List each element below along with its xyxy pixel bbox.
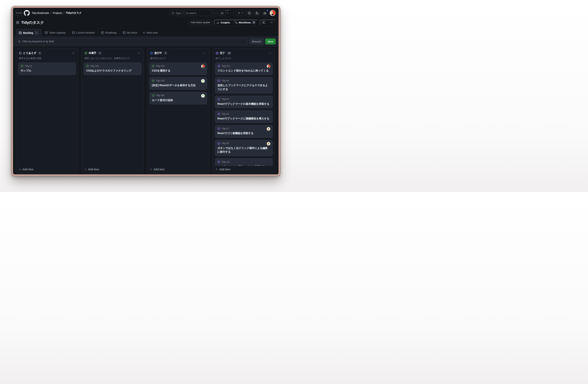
tab-options-button[interactable] — [35, 31, 39, 35]
column-status-ring-icon — [84, 52, 87, 54]
sidebar-panel-icon — [262, 21, 265, 24]
breadcrumb-projects[interactable]: Projects — [53, 12, 62, 15]
globe-icon — [16, 21, 19, 24]
copilot-icon — [221, 12, 224, 15]
project-header: Tidyのタスク Add status update Insights Work… — [13, 18, 279, 27]
project-title: Tidyのタスク — [21, 20, 44, 25]
issue-closed-icon — [217, 160, 220, 163]
column-kebab-menu-button[interactable] — [71, 51, 75, 55]
table-view-icon — [123, 31, 126, 34]
card[interactable]: Tidy #41 CSSおよびクラスのリファクタリング — [84, 63, 141, 75]
breadcrumb: Tidy-Bookmark / Projects / Tidyのタスク — [32, 11, 82, 15]
card-issue-id: Tidy #3 — [222, 98, 229, 100]
card-issue-id: Tidy #11 — [222, 161, 230, 163]
add-status-update-button[interactable]: Add status update — [188, 20, 213, 25]
card[interactable]: Tidy #6 追加したブックマークにアクセスできるようにする — [215, 77, 273, 93]
kebab-horizontal-icon — [269, 52, 272, 55]
tab-current-iteration[interactable]: Current iteration — [69, 29, 97, 36]
tab-roadmap[interactable]: Roadmap — [98, 29, 119, 36]
card-title: フロントエンド部分をTauri上に持ってくる — [217, 69, 270, 72]
assignee-avatar[interactable] — [201, 79, 205, 83]
add-item-button[interactable]: + Add item — [16, 166, 78, 173]
insights-workflows-group: Insights Workflows 3 — [214, 19, 258, 25]
column-card-list: Tidy #2 サンプル — [16, 62, 78, 166]
card-issue-id: Tidy #41 — [90, 65, 99, 67]
card-title: ボタンではなく右クリック操作による編集に移行する — [217, 146, 270, 154]
card[interactable]: Tidy #38 カード形式の追加 — [149, 92, 207, 104]
filter-input[interactable]: Filter by keyword or by field — [16, 38, 248, 45]
add-item-button[interactable]: + Add item — [82, 166, 144, 173]
user-avatar[interactable] — [270, 10, 276, 16]
hamburger-menu-button[interactable] — [16, 10, 22, 16]
copilot-dropdown-button[interactable] — [225, 10, 230, 16]
card-title: カード形式の追加 — [152, 98, 205, 102]
issues-nav-button[interactable] — [246, 10, 252, 16]
git-pull-request-icon — [255, 12, 259, 15]
card[interactable]: Tidy #12 フロントエンド部分をTauri上に持ってくる — [215, 63, 273, 75]
github-logo-icon[interactable] — [24, 10, 30, 16]
issue-closed-icon — [217, 127, 220, 130]
assignee-avatar[interactable] — [267, 127, 270, 131]
kanban-board: とりあえず 1 着手するか未定の項目 Tidy #2 サンプル + Add it… — [13, 47, 279, 174]
card-title: Reactでブックマークの基本機能を実装する — [217, 102, 270, 106]
card-issue-id: Tidy #33 — [156, 65, 165, 67]
breadcrumb-current[interactable]: Tidyのタスク — [66, 11, 82, 15]
add-item-button[interactable]: + Add item — [147, 166, 209, 173]
column-count-badge: 1 — [98, 51, 102, 55]
command-palette-icon[interactable]: >_ — [211, 11, 215, 15]
inbox-nav-button[interactable] — [262, 10, 268, 16]
issue-opened-icon — [248, 12, 251, 15]
tab-team-capacity[interactable]: Team capacity — [42, 29, 68, 36]
board-column: 進行中 3 進行中のタスク Tidy #33 CSSを適用する Tidy #10… — [147, 48, 210, 173]
breadcrumb-owner[interactable]: Tidy-Bookmark — [32, 12, 49, 15]
issue-closed-icon — [217, 142, 220, 145]
column-count-badge: 18 — [227, 51, 231, 55]
board-column-partial — [278, 48, 280, 173]
column-name: 完了 — [220, 51, 225, 55]
copilot-button[interactable] — [219, 10, 225, 16]
tab-backlog[interactable]: Backlog — [16, 29, 41, 37]
card[interactable]: Tidy #3 Reactでブックマークの基本機能を実装する — [215, 96, 273, 108]
insights-button[interactable]: Insights — [214, 20, 232, 25]
card[interactable]: Tidy #7 Reactでゴミ箱機能を実装する — [215, 125, 273, 137]
pull-requests-nav-button[interactable] — [254, 10, 260, 16]
add-item-button[interactable]: + Add item — [213, 166, 275, 173]
assignee-avatar[interactable] — [201, 94, 205, 98]
issue-opened-icon — [152, 65, 155, 67]
new-view-button[interactable]: New view — [140, 29, 160, 36]
column-kebab-menu-button[interactable] — [268, 51, 272, 55]
assignee-avatar[interactable] — [267, 64, 270, 68]
project-kebab-menu-button[interactable] — [268, 20, 275, 25]
card[interactable]: Tidy #2 サンプル — [18, 63, 76, 75]
global-search-input[interactable]: Type / to search >_ — [170, 10, 217, 16]
assignee-avatar[interactable] — [201, 64, 205, 68]
project-view-icon — [72, 31, 75, 34]
inbox-icon — [263, 12, 267, 15]
discard-button[interactable]: Discard — [250, 38, 263, 44]
side-panel-toggle-button[interactable] — [260, 20, 268, 25]
project-view-icon — [19, 31, 22, 34]
tab-my-items[interactable]: My items — [120, 29, 140, 36]
save-button[interactable]: Save — [265, 38, 276, 44]
create-new-button[interactable] — [236, 10, 244, 16]
board-column: 未着手 1 着手しないといけないけど、未着手のタスク Tidy #41 CSSお… — [81, 48, 144, 173]
plus-icon: + — [150, 168, 152, 171]
board-column: 完了 18 終了したタスク Tidy #12 フロントエンド部分をTauri上に… — [213, 48, 275, 173]
card[interactable]: Tidy #4 Reactでブックマークに階層構造を導入する — [215, 111, 273, 123]
issue-opened-icon — [21, 65, 23, 67]
issue-opened-icon — [86, 65, 89, 67]
plus-icon: + — [84, 168, 86, 171]
card[interactable]: Tidy #33 CSSを適用する — [149, 63, 207, 75]
assignee-avatar[interactable] — [267, 142, 270, 146]
column-kebab-menu-button[interactable] — [202, 51, 207, 55]
card[interactable]: Tidy #11 コンポーネントを別ファイルに分割する — [215, 158, 273, 166]
breadcrumb-separator: / — [51, 12, 51, 15]
kebab-horizontal-icon — [203, 52, 206, 55]
copilot-button-group — [219, 10, 231, 16]
card-issue-id: Tidy #12 — [222, 65, 230, 67]
roadmap-view-icon — [101, 31, 104, 34]
card[interactable]: Tidy #8 ボタンではなく右クリック操作による編集に移行する — [215, 140, 273, 156]
workflows-button[interactable]: Workflows 3 — [232, 20, 258, 25]
column-kebab-menu-button[interactable] — [137, 51, 141, 55]
card[interactable]: Tidy #10 [未定] Reactのデータを保存する方法 — [149, 77, 207, 90]
